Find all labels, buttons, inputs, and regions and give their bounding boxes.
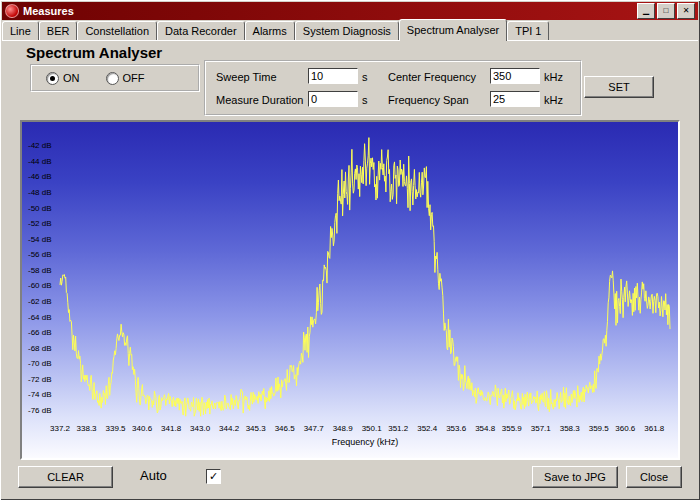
sweep-time-unit: s <box>362 71 368 83</box>
tab-data-recorder[interactable]: Data Recorder <box>157 21 245 40</box>
measure-duration-unit: s <box>362 94 368 106</box>
center-frequency-label: Center Frequency <box>388 71 476 83</box>
close-button[interactable]: Close <box>626 466 682 488</box>
spectrum-trace <box>22 122 678 458</box>
auto-label: Auto <box>140 468 167 483</box>
set-button[interactable]: SET <box>584 76 654 98</box>
radio-off-icon <box>106 72 119 85</box>
frequency-span-label: Frequency Span <box>388 94 469 106</box>
minimize-button[interactable]: ▁ <box>637 3 655 19</box>
center-frequency-unit: kHz <box>544 71 563 83</box>
radio-on[interactable]: ON <box>46 72 80 85</box>
app-icon <box>5 4 19 18</box>
tab-spectrum-analyser[interactable]: Spectrum Analyser <box>399 19 507 41</box>
tab-ber[interactable]: BER <box>39 21 78 40</box>
tab-constellation[interactable]: Constellation <box>77 21 157 40</box>
radio-on-dot <box>50 76 55 81</box>
frequency-span-unit: kHz <box>544 94 563 106</box>
frequency-span-input[interactable] <box>490 91 540 107</box>
x-axis-label: Frequency (kHz) <box>60 437 670 447</box>
clear-button[interactable]: CLEAR <box>18 466 113 488</box>
measure-duration-label: Measure Duration <box>216 94 303 106</box>
tab-alarms[interactable]: Alarms <box>245 21 295 40</box>
window-title: Measures <box>23 5 633 17</box>
titlebar: Measures ▁□✕ <box>2 2 698 20</box>
sweep-time-label: Sweep Time <box>216 71 277 83</box>
center-frequency-input[interactable] <box>490 68 540 84</box>
radio-off[interactable]: OFF <box>106 72 145 85</box>
auto-checkbox[interactable]: ✓ <box>206 469 221 484</box>
tab-strip: LineBERConstellationData RecorderAlarmsS… <box>2 20 698 41</box>
settings-group: Sweep Time s Measure Duration s Center F… <box>204 60 582 116</box>
sweep-time-input[interactable] <box>308 68 358 84</box>
tab-line[interactable]: Line <box>2 21 39 40</box>
window-controls: ▁□✕ <box>637 3 695 19</box>
measure-duration-input[interactable] <box>308 91 358 107</box>
page-title: Spectrum Analyser <box>26 44 162 61</box>
radio-off-label: OFF <box>123 72 145 84</box>
save-to-jpg-button[interactable]: Save to JPG <box>532 466 618 488</box>
radio-on-label: ON <box>63 72 80 84</box>
power-toggle-group: ON OFF <box>30 64 200 92</box>
spectrum-chart: -42 dB-44 dB-46 dB-48 dB-50 dB-52 dB-54 … <box>20 120 680 460</box>
app-window: Measures ▁□✕ LineBERConstellationData Re… <box>0 0 700 500</box>
close-button[interactable]: ✕ <box>677 3 695 19</box>
tab-system-diagnosis[interactable]: System Diagnosis <box>295 21 399 40</box>
maximize-button[interactable]: □ <box>657 3 675 19</box>
tab-tpi-1[interactable]: TPI 1 <box>507 21 549 40</box>
radio-on-icon <box>46 72 59 85</box>
